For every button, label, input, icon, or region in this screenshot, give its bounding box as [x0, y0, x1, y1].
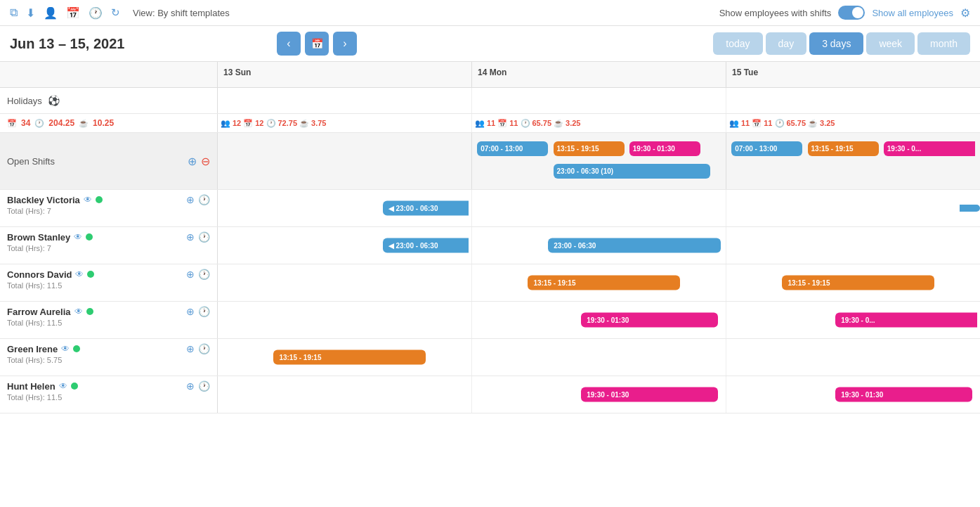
clock-icon[interactable]: 🕐 — [89, 6, 103, 20]
emp-eye-green[interactable]: 👁 — [61, 344, 70, 354]
view-week-button[interactable]: week — [866, 32, 915, 55]
stats-day-0: 👥 12 📅 12 🕐 72.75 ☕ 3.75 — [218, 114, 472, 132]
emp-name-row-brown: Brown Stanley 👁 ⊕ 🕐 — [7, 231, 210, 243]
view-day-button[interactable]: day — [766, 32, 807, 55]
emp-clock-farrow[interactable]: 🕐 — [198, 306, 210, 317]
open-shifts-remove-icon[interactable]: ⊖ — [201, 155, 210, 168]
emp-clock-connors[interactable]: 🕐 — [198, 269, 210, 280]
shift-connors-tue[interactable]: 13:15 - 19:15 — [782, 276, 934, 290]
emp-add-brown[interactable]: ⊕ — [186, 231, 195, 243]
emp-clock-hunt[interactable]: 🕐 — [198, 380, 210, 392]
emp-label-blackley: Blackley Victoria 👁 ⊕ 🕐 Total (Hrs): 7 — [0, 190, 218, 226]
emp-grid-green: 13:15 - 19:15 — [218, 339, 980, 376]
open-shifts-add-icon[interactable]: ⊕ — [188, 155, 197, 168]
shift-blackley-sun[interactable]: ◀ 23:00 - 06:30 — [383, 201, 469, 216]
open-shifts-label: Open Shifts — [7, 156, 183, 167]
toolbar-right: Show employees with shifts Show all empl… — [719, 6, 970, 20]
emp-grid-farrow: 19:30 - 01:30 19:30 - 0... — [218, 302, 980, 338]
emp-add-farrow[interactable]: ⊕ — [186, 306, 195, 317]
show-employees-label: Show employees with shifts — [719, 8, 832, 18]
sd0-coffee-icon: ☕ — [299, 119, 309, 128]
shift-hunt-mon[interactable]: 19:30 - 01:30 — [581, 387, 718, 402]
emp-brown-day-2 — [726, 227, 980, 264]
emp-add-green[interactable]: ⊕ — [186, 343, 195, 354]
emp-eye-hunt[interactable]: 👁 — [59, 381, 67, 391]
date-range: Jun 13 – 15, 2021 — [10, 36, 164, 52]
emp-add-blackley[interactable]: ⊕ — [186, 194, 195, 205]
emp-eye-farrow[interactable]: 👁 — [74, 307, 83, 316]
view-3days-button[interactable]: 3 days — [809, 32, 863, 55]
open-shift-mon-3[interactable]: 19:30 - 01:30 — [629, 141, 700, 156]
view-today-button[interactable]: today — [713, 32, 762, 55]
shift-farrow-tue[interactable]: 19:30 - 0... — [835, 313, 977, 328]
emp-hunt-day-1: 19:30 - 01:30 — [472, 376, 726, 413]
sd2-shifts: 11 — [764, 119, 772, 127]
emp-connors-day-0 — [218, 264, 472, 301]
sd2-people: 11 — [741, 119, 750, 127]
shift-connors-mon[interactable]: 13:15 - 19:15 — [528, 276, 680, 290]
emp-connors-day-2: 13:15 - 19:15 — [726, 264, 980, 301]
shift-brown-sun[interactable]: ◀ 23:00 - 06:30 — [383, 238, 469, 253]
emp-farrow-day-1: 19:30 - 01:30 — [472, 302, 726, 338]
open-shift-tue-1[interactable]: 07:00 - 13:00 — [731, 141, 802, 156]
shift-green-sun[interactable]: 13:15 - 19:15 — [273, 350, 426, 365]
day-header-tue: 15 Tue — [726, 62, 980, 87]
stats-calendar-icon: 📅 — [7, 119, 17, 128]
emp-eye-connors[interactable]: 👁 — [75, 269, 84, 279]
emp-row-green: Green Irene 👁 ⊕ 🕐 Total (Hrs): 5.75 13:1… — [0, 339, 980, 376]
emp-add-hunt[interactable]: ⊕ — [186, 380, 195, 392]
emp-hunt-day-2: 19:30 - 01:30 — [726, 376, 980, 413]
calendar-picker-button[interactable]: 📅 — [305, 32, 329, 56]
emp-name-row-hunt: Hunt Helen 👁 ⊕ 🕐 — [7, 380, 210, 392]
open-shift-mon-1[interactable]: 07:00 - 13:00 — [477, 141, 548, 156]
show-all-link[interactable]: Show all employees — [872, 8, 953, 18]
emp-status-blackley — [96, 196, 103, 203]
sd1-breaks: 3.25 — [566, 119, 580, 127]
shift-hunt-tue[interactable]: 19:30 - 01:30 — [835, 387, 972, 402]
holidays-grid — [218, 88, 980, 113]
download-icon[interactable]: ⬇ — [26, 6, 35, 20]
open-shift-mon-4[interactable]: 23:00 - 06:30 (10) — [554, 164, 711, 179]
emp-total-hunt: Total (Hrs): 11.5 — [7, 393, 210, 402]
emp-clock-green[interactable]: 🕐 — [198, 343, 210, 354]
shift-brown-mon[interactable]: 23:00 - 06:30 — [548, 238, 720, 253]
add-person-icon[interactable]: 👤 — [44, 6, 58, 20]
shift-blackley-tue-partial[interactable] — [960, 205, 980, 212]
day-header-sun: 13 Sun — [218, 62, 472, 87]
sd0-people-icon: 👥 — [221, 119, 230, 128]
next-button[interactable]: › — [333, 32, 357, 56]
top-toolbar: ⧉ ⬇ 👤 📅 🕐 ↻ View: By shift templates Sho… — [0, 0, 980, 26]
view-month-button[interactable]: month — [917, 32, 970, 55]
copy-icon[interactable]: ⧉ — [10, 6, 18, 19]
refresh-icon[interactable]: ↻ — [111, 6, 120, 19]
view-toggle: today day 3 days week month — [713, 32, 970, 55]
sd1-shifts: 11 — [509, 119, 518, 127]
emp-row-brown: Brown Stanley 👁 ⊕ 🕐 Total (Hrs): 7 ◀ 23:… — [0, 227, 980, 264]
emp-status-green — [73, 345, 80, 352]
emp-clock-brown[interactable]: 🕐 — [198, 231, 210, 243]
emp-green-day-0: 13:15 - 19:15 — [218, 339, 472, 376]
open-shift-tue-3[interactable]: 19:30 - 0... — [884, 141, 975, 156]
emp-eye-brown[interactable]: 👁 — [74, 232, 82, 242]
sd2-cal-icon: 📅 — [752, 119, 762, 128]
holidays-day-0 — [218, 88, 472, 113]
emp-add-connors[interactable]: ⊕ — [186, 269, 195, 280]
open-shift-tue-2[interactable]: 13:15 - 19:15 — [808, 141, 879, 156]
calendar-icon[interactable]: 📅 — [66, 6, 80, 20]
emp-eye-blackley[interactable]: 👁 — [84, 195, 92, 205]
open-shift-mon-2[interactable]: 13:15 - 19:15 — [554, 141, 625, 156]
emp-label-hunt: Hunt Helen 👁 ⊕ 🕐 Total (Hrs): 11.5 — [0, 376, 218, 413]
prev-button[interactable]: ‹ — [277, 32, 301, 56]
show-employees-toggle[interactable] — [838, 6, 865, 20]
sd2-clock-icon: 🕐 — [775, 119, 785, 128]
sd0-cal-icon: 📅 — [243, 119, 253, 128]
emp-blackley-day-0: ◀ 23:00 - 06:30 — [218, 190, 472, 226]
shift-farrow-mon[interactable]: 19:30 - 01:30 — [581, 313, 718, 328]
emp-clock-blackley[interactable]: 🕐 — [198, 194, 210, 205]
settings-icon[interactable]: ⚙ — [960, 6, 970, 20]
open-shifts-label-cell: Open Shifts ⊕ ⊖ — [0, 133, 218, 189]
emp-connors-day-1: 13:15 - 19:15 — [472, 264, 726, 301]
emp-row-farrow: Farrow Aurelia 👁 ⊕ 🕐 Total (Hrs): 11.5 1… — [0, 302, 980, 339]
sd1-people: 11 — [487, 119, 495, 127]
holidays-day-1 — [472, 88, 726, 113]
